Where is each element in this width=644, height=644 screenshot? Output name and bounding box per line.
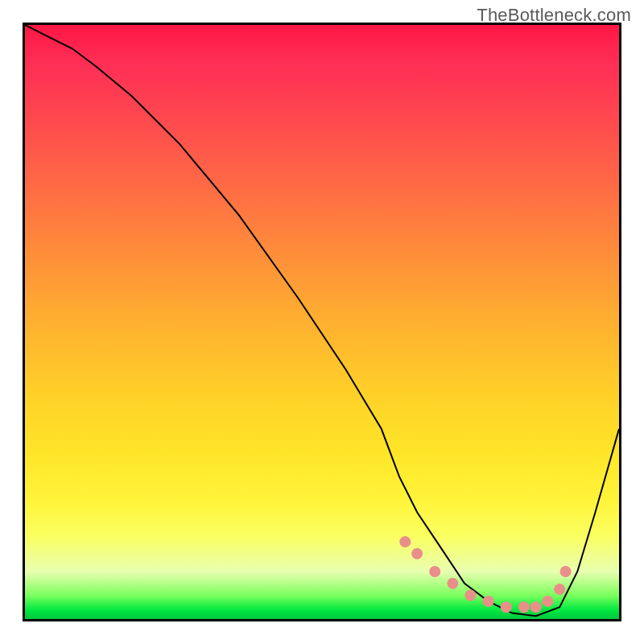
marker-dot bbox=[399, 536, 411, 547]
marker-dot bbox=[542, 596, 553, 607]
marker-dot bbox=[429, 566, 440, 577]
marker-dot bbox=[518, 601, 530, 613]
marker-dot bbox=[530, 601, 542, 613]
chart-overlay bbox=[25, 25, 619, 619]
marker-dot bbox=[465, 590, 477, 601]
marker-dot bbox=[501, 601, 512, 613]
marker-dot bbox=[411, 548, 423, 559]
marker-dot bbox=[560, 566, 572, 577]
curve-path bbox=[25, 25, 619, 616]
optimal-markers bbox=[399, 536, 571, 613]
marker-dot bbox=[483, 596, 494, 607]
plot-area bbox=[23, 23, 621, 621]
chart-container: TheBottleneck.com bbox=[0, 0, 644, 644]
marker-dot bbox=[554, 584, 565, 595]
marker-dot bbox=[447, 578, 458, 589]
